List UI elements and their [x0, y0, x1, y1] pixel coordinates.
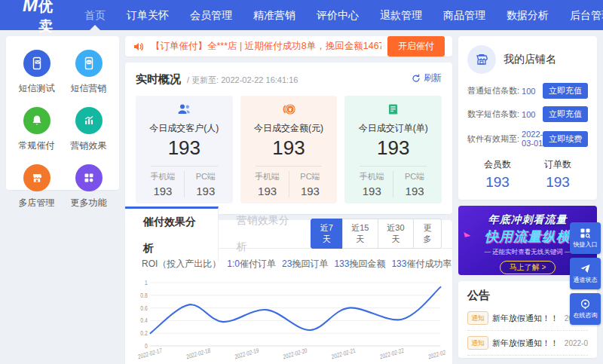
- pc-value: 193: [289, 185, 332, 197]
- start-reminder-button[interactable]: 开启催付: [387, 36, 445, 57]
- nav-item-home[interactable]: 首页: [84, 0, 106, 30]
- sidebar-item-marketing-effect[interactable]: 营销效果: [63, 107, 115, 152]
- renew-button[interactable]: 立即续费: [543, 131, 588, 147]
- digital-sms-balance-row: 数字短信条数: 100 立即充值: [467, 106, 588, 122]
- member-count: 会员数 193: [467, 158, 528, 191]
- svg-text:2022-02-21: 2022-02-21: [331, 346, 356, 360]
- sidebar-item-multi-store[interactable]: 多店管理: [11, 164, 63, 210]
- notice-item[interactable]: 新功能 自动化营销功能上线 2022-01-25: [467, 356, 588, 358]
- sidebar-item-label: 短信营销: [71, 82, 107, 95]
- stat-value: 193: [246, 136, 332, 160]
- nav-item-reviews[interactable]: 评价中心: [317, 0, 359, 30]
- floating-toolbar: 快捷入口 通道状态 在线咨询: [570, 222, 601, 325]
- svg-text:0.2: 0.2: [140, 329, 148, 337]
- svg-text:0.4: 0.4: [140, 317, 148, 324]
- pc-label: PC端: [393, 171, 436, 182]
- stat-card-orders: 今日成交订单(单) 193 手机端 193 PC端 193: [344, 96, 442, 203]
- svg-text:0: 0: [145, 342, 148, 350]
- refresh-button[interactable]: 刷新: [412, 72, 442, 84]
- metric-roi: ROI（投入产出比）1:0: [142, 258, 240, 271]
- sidebar-item-label: 常规催付: [19, 139, 55, 152]
- mobile-label: 手机端: [246, 171, 289, 182]
- chart-icon: [75, 107, 103, 134]
- announcement-text: 【订单催付】全***店 | 近期催付成功8单，挽回金额14678.94元，催付成…: [151, 40, 381, 53]
- trend-chart: 00.20.40.60.812022-02-172022-02-182022-0…: [125, 274, 452, 364]
- mobile-label: 手机端: [350, 171, 393, 182]
- notice-item[interactable]: 通知 新年放假通知！！！ 2022-0: [467, 331, 588, 356]
- shop-avatar: [467, 45, 496, 74]
- stat-card-customers: 今日成交客户(人) 193 手机端 193 PC端 193: [136, 96, 233, 203]
- stat-value: 193: [350, 136, 436, 160]
- metric-recovered-amount: 挽回金额133: [349, 258, 406, 271]
- order-icon: [387, 103, 399, 115]
- stat-label: 今日成交金额(元): [246, 122, 332, 135]
- shortcut-sidebar: 短信测试 短信营销 常规催付 营销效果 多店管理: [6, 36, 119, 190]
- metric-recovered-orders: 挽回订单133: [292, 258, 349, 271]
- sidebar-item-sms-test[interactable]: 短信测试: [11, 50, 63, 95]
- quick-entry-button[interactable]: 快捷入口: [570, 222, 601, 254]
- sidebar-item-label: 更多功能: [71, 197, 107, 210]
- sms-test-icon: [23, 50, 51, 77]
- stat-value: 193: [142, 136, 227, 160]
- notice-badge: 通知: [467, 311, 488, 325]
- range-30d-button[interactable]: 近30天: [378, 219, 414, 249]
- date-range-group: 近7天 近15天 近30天 更多: [311, 219, 442, 249]
- range-7d-button[interactable]: 近7天: [311, 219, 343, 249]
- logo-m-icon: M: [23, 0, 37, 16]
- mobile-value: 193: [350, 185, 393, 197]
- nav-item-admin[interactable]: 后台管理: [570, 0, 603, 30]
- nav-item-members[interactable]: 会员管理: [190, 0, 232, 30]
- shop-name: 我的店铺名: [504, 53, 556, 66]
- range-more-button[interactable]: 更多: [413, 219, 442, 249]
- nav-item-analytics[interactable]: 数据分析: [507, 0, 549, 30]
- storefront-icon: [474, 52, 489, 67]
- store-icon: [23, 164, 51, 191]
- nav-item-refunds[interactable]: 退款管理: [380, 0, 422, 30]
- pc-label: PC端: [289, 171, 332, 182]
- svg-text:2022-02-18: 2022-02-18: [185, 346, 210, 360]
- grid-icon: [75, 164, 103, 191]
- stat-label: 今日成交客户(人): [142, 122, 227, 135]
- realtime-overview: 实时概况 / 更新至: 2022-02-22 16:41:16 刷新 今日成交客…: [125, 63, 452, 214]
- svg-text:2022-02-20: 2022-02-20: [283, 346, 308, 360]
- mobile-value: 193: [246, 185, 289, 197]
- online-service-icon: [580, 298, 591, 310]
- pc-label: PC端: [185, 171, 227, 182]
- sidebar-item-more[interactable]: 更多功能: [63, 164, 115, 210]
- refresh-icon: [412, 74, 421, 83]
- stat-label: 今日成交订单(单): [350, 122, 436, 135]
- customers-icon: [176, 103, 192, 115]
- sidebar-item-label: 短信测试: [19, 82, 55, 95]
- announcement-bar: 【订单催付】全***店 | 近期催付成功8单，挽回金额14678.94元，催付成…: [125, 36, 452, 57]
- nav-menu: 首页 订单关怀 会员管理 精准营销 评价中心 退款管理 商品管理 数据分析 后台…: [84, 0, 603, 30]
- updated-at: / 更新至: 2022-02-22 16:41:16: [187, 75, 298, 86]
- quick-entry-icon: [580, 228, 591, 239]
- recharge-button[interactable]: 立即充值: [543, 83, 588, 99]
- range-15d-button[interactable]: 近15天: [342, 219, 378, 249]
- shop-info-card: 我的店铺名 普通短信条数: 100 立即充值 数字短信条数: 100 立即充值 …: [458, 36, 597, 200]
- pc-value: 193: [185, 185, 227, 197]
- channel-status-button[interactable]: 通道状态: [570, 258, 601, 289]
- sms-marketing-icon: [75, 50, 103, 77]
- sidebar-item-payment-reminder[interactable]: 常规催付: [11, 107, 63, 152]
- metric-reminder-orders: 催付订单23: [240, 258, 292, 271]
- money-icon: ¥: [281, 103, 296, 115]
- svg-text:2022-02-17: 2022-02-17: [137, 346, 162, 360]
- mobile-label: 手机端: [142, 171, 184, 182]
- nav-item-products[interactable]: 商品管理: [443, 0, 485, 30]
- nav-item-marketing[interactable]: 精准营销: [253, 0, 295, 30]
- sidebar-item-sms-marketing[interactable]: 短信营销: [63, 50, 115, 95]
- svg-text:2022-02-19: 2022-02-19: [234, 346, 259, 360]
- notice-badge: 通知: [467, 336, 488, 350]
- metrics-row: ROI（投入产出比）1:0 催付订单23 挽回订单133 挽回金额133 催付成…: [125, 249, 452, 274]
- online-service-button[interactable]: 在线咨询: [570, 293, 601, 325]
- svg-text:2022-02-23: 2022-02-23: [427, 346, 446, 360]
- recharge-button[interactable]: 立即充值: [543, 106, 588, 122]
- speaker-icon: [133, 41, 145, 53]
- nav-item-order-care[interactable]: 订单关怀: [127, 0, 169, 30]
- sidebar-item-label: 营销效果: [71, 139, 107, 152]
- realtime-title: 实时概况: [136, 72, 181, 87]
- banner-cta-button[interactable]: 马上了解 >: [500, 261, 556, 274]
- channel-status-icon: [580, 263, 591, 274]
- page-body: 短信测试 短信营销 常规催付 营销效果 多店管理: [0, 30, 603, 364]
